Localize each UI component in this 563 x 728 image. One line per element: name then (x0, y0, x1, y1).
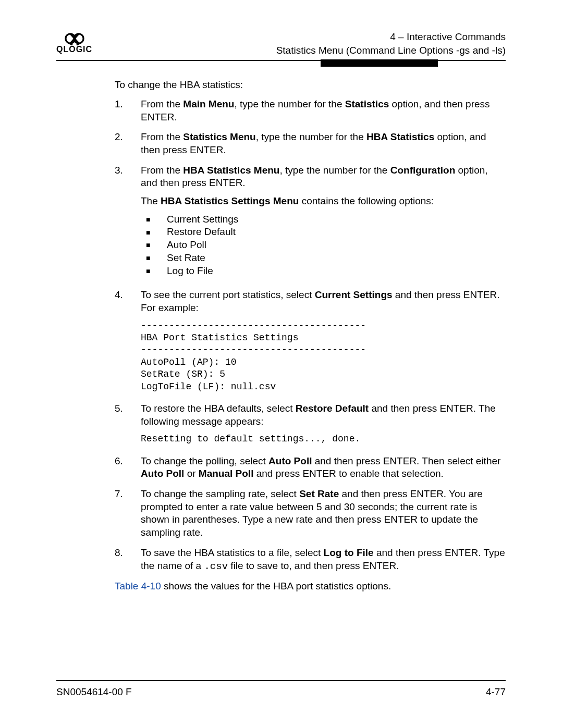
bullet-item: Restore Default (146, 226, 506, 239)
page-footer: SN0054614-00 F 4-77 (56, 680, 506, 698)
numbered-list: 1. From the Main Menu, type the number f… (115, 98, 506, 573)
step-6: 6. To change the polling, select Auto Po… (115, 455, 506, 480)
qlogic-logo: QLOGIC (56, 30, 92, 54)
step-number: 7. (115, 488, 141, 539)
step-2: 2. From the Statistics Menu, type the nu… (115, 131, 506, 156)
step-text-2: The HBA Statistics Settings Menu contain… (141, 195, 506, 208)
header-line-1: 4 – Interactive Commands (276, 30, 506, 44)
step-text: To save the HBA statistics to a file, se… (141, 547, 506, 573)
step-text: To see the current port statistics, sele… (141, 289, 506, 314)
step-text: To restore the HBA defaults, select Rest… (141, 402, 506, 428)
step-number: 8. (115, 547, 141, 573)
step-8: 8. To save the HBA statistics to a file,… (115, 547, 506, 573)
bullet-item: Set Rate (146, 252, 506, 265)
header-line-2: Statistics Menu (Command Line Options -g… (276, 44, 506, 57)
step-number: 6. (115, 455, 141, 480)
step-text: To change the polling, select Auto Poll … (141, 455, 506, 480)
step-5: 5. To restore the HBA defaults, select R… (115, 402, 506, 448)
lead-paragraph: To change the HBA statistics: (115, 79, 506, 92)
step-number: 1. (115, 98, 141, 124)
header-tab-marker (321, 59, 438, 67)
step-text: From the Statistics Menu, type the numbe… (141, 131, 506, 156)
code-block: Resetting to default settings..., done. (141, 433, 506, 445)
step-number: 4. (115, 289, 141, 395)
qlogic-logo-text: QLOGIC (56, 45, 92, 54)
step-text: From the HBA Statistics Menu, type the n… (141, 164, 506, 190)
content: To change the HBA statistics: 1. From th… (56, 61, 506, 593)
step-number: 5. (115, 402, 141, 448)
bullet-item: Auto Poll (146, 239, 506, 252)
code-block: ----------------------------------------… (141, 320, 506, 393)
bullet-item: Log to File (146, 265, 506, 278)
bullet-item: Current Settings (146, 213, 506, 226)
step-text: From the Main Menu, type the number for … (141, 98, 506, 124)
step-4: 4. To see the current port statistics, s… (115, 289, 506, 395)
step-3: 3. From the HBA Statistics Menu, type th… (115, 164, 506, 282)
step-1: 1. From the Main Menu, type the number f… (115, 98, 506, 124)
step-number: 3. (115, 164, 141, 282)
table-link[interactable]: Table 4-10 (115, 581, 161, 591)
doc-number: SN0054614-00 F (56, 686, 132, 698)
step-7: 7. To change the sampling rate, select S… (115, 488, 506, 539)
step-text: To change the sampling rate, select Set … (141, 488, 506, 539)
qlogic-logo-icon (64, 31, 85, 46)
footer-rule (56, 680, 506, 681)
bullet-list: Current Settings Restore Default Auto Po… (141, 213, 506, 277)
header-text: 4 – Interactive Commands Statistics Menu… (276, 30, 506, 57)
header-rule (56, 60, 506, 61)
closing-paragraph: Table 4-10 shows the values for the HBA … (115, 580, 506, 593)
page-header: QLOGIC 4 – Interactive Commands Statisti… (56, 30, 506, 57)
step-number: 2. (115, 131, 141, 156)
page-number: 4-77 (486, 686, 506, 698)
